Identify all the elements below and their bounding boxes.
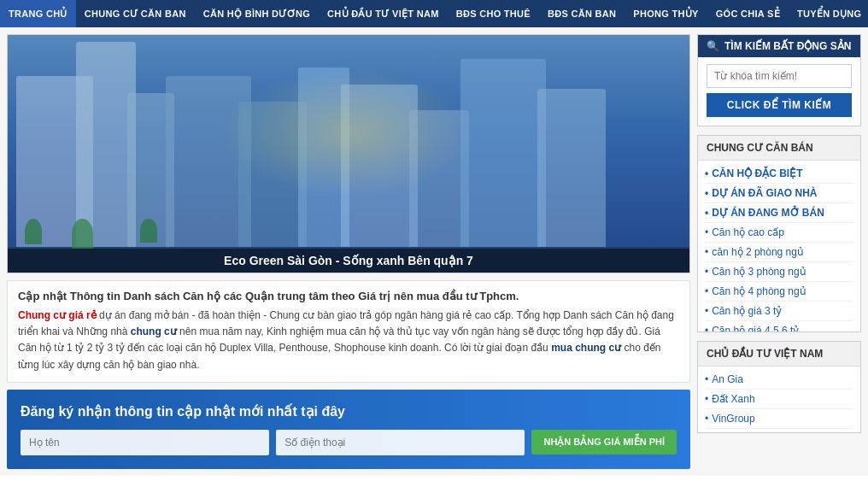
sidebar-chungcu-item[interactable]: • Căn hộ cao cấp <box>705 223 853 243</box>
sidebar-chudt-item[interactable]: • Đất Xanh <box>705 390 853 409</box>
sidebar-chungcu-list: • CĂN HỘ ĐẶC BIỆT• DỰ ÁN ĐÃ GIAO NHÀ• DỰ… <box>698 161 860 331</box>
bullet-icon: • <box>705 305 708 317</box>
bullet-icon: • <box>705 226 708 238</box>
hero-caption-text: Eco Green Sài Gòn - Sống xanh Bên quận 7 <box>224 254 473 267</box>
nav-item-3[interactable]: CHỦ ĐẦU TƯ VIỆT NAM <box>319 0 448 27</box>
signup-form: NHẬN BẢNG GIÁ MIỄN PHÍ <box>21 430 677 455</box>
nav-item-0[interactable]: TRANG CHỦ <box>0 0 76 27</box>
hero-caption: Eco Green Sài Gòn - Sống xanh Bên quận 7 <box>8 249 689 273</box>
nav-item-5[interactable]: BĐS CĂN BAN <box>539 0 625 27</box>
nav-item-2[interactable]: CĂN HỘ BÌNH DƯƠNG <box>195 0 319 27</box>
right-sidebar: 🔍 TÌM KIẾM BẤT ĐỘNG SẢN CLICK ĐỂ TÌM KIẾ… <box>690 34 861 469</box>
body-link-2[interactable]: chung cư <box>131 326 177 337</box>
sidebar-chudt-section: CHỦ ĐẦU TƯ VIỆT NAM • An Gia• Đất Xanh• … <box>697 341 861 433</box>
sidebar-chungcu-item[interactable]: • Căn hộ giá 3 tỷ <box>705 302 853 321</box>
highlight-link[interactable]: Chung cư giá rẻ <box>18 309 97 321</box>
search-box: 🔍 TÌM KIẾM BẤT ĐỘNG SẢN CLICK ĐỂ TÌM KIẾ… <box>697 34 861 126</box>
signup-heading: Đăng ký nhận thông tin cập nhật mới nhất… <box>21 403 677 419</box>
sidebar-chungcu-item[interactable]: • căn hộ 2 phòng ngủ <box>705 243 853 262</box>
hero-image: Eco Green Sài Gòn - Sống xanh Bên quận 7 <box>7 34 690 273</box>
sidebar-chungcu-item[interactable]: • DỰ ÁN ĐÃ GIAO NHÀ <box>705 184 853 203</box>
sidebar-chungcu-title: CHUNG CƯ CĂN BÁN <box>698 136 860 161</box>
search-title-text: TÌM KIẾM BẤT ĐỘNG SẢN <box>724 40 851 52</box>
search-icon: 🔍 <box>707 40 719 52</box>
bullet-icon: • <box>705 246 708 258</box>
sidebar-chungcu-section: CHUNG CƯ CĂN BÁN • CĂN HỘ ĐẶC BIỆT• DỰ Á… <box>697 135 861 332</box>
nav-item-8[interactable]: TUYỂN DỤNG <box>789 0 868 27</box>
main-layout: Eco Green Sài Gòn - Sống xanh Bên quận 7… <box>0 27 868 476</box>
content-body: Chung cư giá rẻ dự án đang mở bán - đã h… <box>18 308 679 373</box>
nav-item-6[interactable]: PHONG THỦY <box>625 0 707 27</box>
sidebar-chudt-list: • An Gia• Đất Xanh• VinGroup <box>698 367 860 432</box>
signup-name-input[interactable] <box>21 430 269 455</box>
nav-item-4[interactable]: BĐS CHO THUÊ <box>448 0 539 27</box>
signup-submit-button[interactable]: NHẬN BẢNG GIÁ MIỄN PHÍ <box>531 430 677 455</box>
bullet-icon: • <box>705 207 708 219</box>
content-heading: Cập nhật Thông tin Danh sách Căn hộ các … <box>18 290 679 302</box>
search-title: 🔍 TÌM KIẾM BẤT ĐỘNG SẢN <box>698 35 860 57</box>
sidebar-chungcu-item[interactable]: • CĂN HỘ ĐẶC BIỆT <box>705 164 853 184</box>
sidebar-chudt-item[interactable]: • An Gia <box>705 370 853 390</box>
search-button[interactable]: CLICK ĐỂ TÌM KIẾM <box>707 93 852 117</box>
hero-buildings-decoration <box>8 35 689 273</box>
sidebar-chungcu-item[interactable]: • DỰ ÁN ĐANG MỞ BÁN <box>705 203 853 223</box>
bullet-icon: • <box>705 373 708 385</box>
nav-item-7[interactable]: GÓC CHIA SẺ <box>707 0 789 27</box>
signup-phone-input[interactable] <box>276 430 525 455</box>
signup-banner: Đăng ký nhận thông tin cập nhật mới nhất… <box>7 390 690 469</box>
bullet-icon: • <box>705 266 708 278</box>
sidebar-chudt-item[interactable]: • VinGroup <box>705 409 853 429</box>
left-column: Eco Green Sài Gòn - Sống xanh Bên quận 7… <box>7 34 690 469</box>
sidebar-chungcu-item[interactable]: • Căn hộ giá 4 5 6 tỷ <box>705 321 853 331</box>
bullet-icon: • <box>705 285 708 297</box>
bullet-icon: • <box>705 187 708 199</box>
sidebar-chudt-title: CHỦ ĐẦU TƯ VIỆT NAM <box>698 342 860 367</box>
search-input[interactable] <box>707 64 852 88</box>
bullet-icon: • <box>705 325 708 331</box>
main-nav: TRANG CHỦCHUNG CƯ CĂN BANCĂN HỘ BÌNH DƯƠ… <box>0 0 868 27</box>
sidebar-chungcu-item[interactable]: • Căn hộ 4 phòng ngủ <box>705 282 853 302</box>
bullet-icon: • <box>705 393 708 405</box>
nav-item-1[interactable]: CHUNG CƯ CĂN BAN <box>76 0 195 27</box>
content-text-block: Cập nhật Thông tin Danh sách Căn hộ các … <box>7 280 690 383</box>
bullet-icon: • <box>705 413 708 425</box>
bullet-icon: • <box>705 167 708 179</box>
sidebar-chungcu-item[interactable]: • Căn hộ 3 phòng ngủ <box>705 262 853 282</box>
body-bold-1: mua chung cư <box>551 342 621 354</box>
